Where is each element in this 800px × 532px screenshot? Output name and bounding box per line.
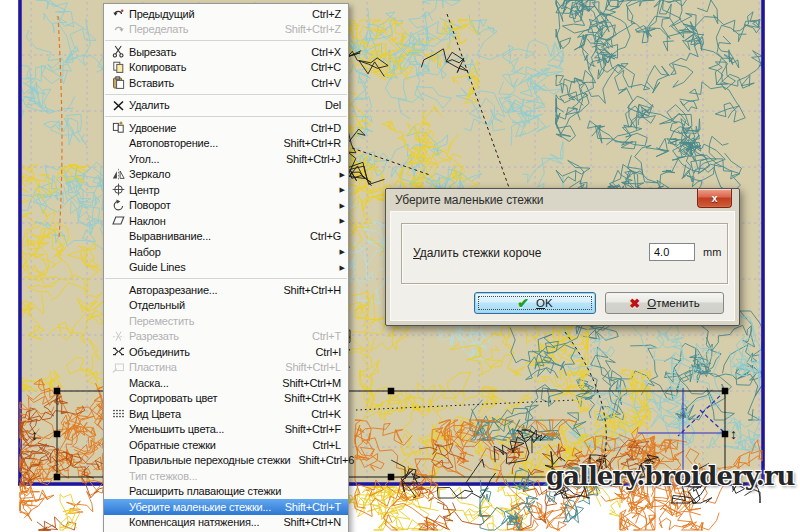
menu-item-label: Копировать <box>129 61 186 73</box>
no-icon <box>108 314 129 327</box>
submenu-arrow-icon: ▶ <box>340 171 345 179</box>
stitch-length-input[interactable] <box>649 243 695 261</box>
menu-item-shortcut: Ctrl+K <box>303 408 341 420</box>
menu-item-set[interactable]: Набор▶ <box>104 244 348 260</box>
menu-item-label: Обратные стежки <box>129 439 216 451</box>
menu-item-extend-floating-stitches[interactable]: Расширить плавающие стежки <box>104 484 348 500</box>
menu-item-reduce-colors[interactable]: Уменьшить цвета...Shift+Ctrl+F <box>104 422 348 438</box>
menu-item-label: Автоповторение... <box>129 137 218 149</box>
cut-icon <box>108 45 129 58</box>
close-button[interactable]: x <box>697 189 732 208</box>
menu-item-redo[interactable]: ПеределатьShift+Ctrl+Z <box>104 22 348 38</box>
submenu-arrow-icon: ▶ <box>340 264 345 272</box>
menu-item-shortcut: Shift+Ctrl+M <box>274 377 341 389</box>
menu-item-auto-repeat[interactable]: Автоповторение...Shift+Ctrl+R <box>104 136 348 152</box>
copy-icon <box>108 61 129 74</box>
submenu-arrow-icon: ▶ <box>340 186 345 194</box>
remove-small-stitches-dialog: Уберите маленькие стежки x Удалить стежк… <box>385 188 740 326</box>
selection-handle[interactable] <box>722 431 729 438</box>
menu-item-shortcut: Shift+Ctrl+K <box>276 392 341 404</box>
menu-item-label: Наклон <box>129 215 166 227</box>
menu-item-mask[interactable]: Маска...Shift+Ctrl+M <box>104 375 348 391</box>
submenu-arrow-icon: ▶ <box>340 202 345 210</box>
menu-item-correct-transition-stitches[interactable]: Правильные переходные стежкиShift+Ctrl+6 <box>104 453 348 469</box>
menu-item-skew[interactable]: Наклон▶ <box>104 213 348 229</box>
menu-item-label: Компенсация натяжения... <box>129 516 259 528</box>
menu-item-label: Авторазрезание... <box>129 284 217 296</box>
no-icon <box>108 299 129 312</box>
redo-icon <box>108 23 129 36</box>
menu-item-label: Guide Lines <box>129 261 186 273</box>
no-icon <box>108 454 129 467</box>
menu-item-remove-small-stitches[interactable]: Уберите маленькие стежки...Shift+Ctrl+T <box>104 499 348 515</box>
no-icon <box>108 137 129 150</box>
menu-item-move[interactable]: Переместить <box>104 313 348 329</box>
menu-item-label: Центр <box>129 184 160 196</box>
no-icon <box>108 152 129 165</box>
no-icon <box>108 438 129 451</box>
close-icon: x <box>711 192 717 204</box>
focus-rect <box>478 296 592 310</box>
selection-handle[interactable] <box>54 474 61 481</box>
menu-item-label: Вырезать <box>129 46 176 58</box>
menu-item-duplicate[interactable]: УдвоениеCtrl+D <box>104 120 348 136</box>
rotate-icon <box>108 199 129 212</box>
menu-item-separate[interactable]: Отдельный <box>104 298 348 314</box>
selection-handle[interactable] <box>388 474 395 481</box>
split-icon <box>108 330 129 343</box>
menu-item-auto-split[interactable]: Авторазрезание...Shift+Ctrl+H <box>104 282 348 298</box>
menu-item-shortcut: Shift+Ctrl+T <box>277 501 341 513</box>
selection-handle[interactable] <box>388 388 395 395</box>
menu-item-label: Выравнивание... <box>129 230 211 242</box>
no-icon <box>108 392 129 405</box>
menu-item-rotate[interactable]: Поворот▶ <box>104 198 348 214</box>
menu-item-tension-compensation[interactable]: Компенсация натяжения...Shift+Ctrl+N <box>104 515 348 531</box>
menu-item-shortcut: Ctrl+D <box>303 122 341 134</box>
menu-item-guide-lines[interactable]: Guide Lines▶ <box>104 260 348 276</box>
menu-item-alignment[interactable]: Выравнивание...Ctrl+G <box>104 229 348 245</box>
ok-button[interactable]: ✔ OK <box>474 292 596 314</box>
mirror-icon <box>108 168 129 181</box>
menu-item-shortcut: Ctrl+L <box>305 439 341 451</box>
menu-item-shortcut: Ctrl+G <box>302 230 341 242</box>
menu-item-sort-color[interactable]: Сортировать цветShift+Ctrl+K <box>104 391 348 407</box>
center-icon <box>108 183 129 196</box>
menu-item-angle[interactable]: Угол...Shift+Ctrl+J <box>104 151 348 167</box>
menu-item-cut[interactable]: ВырезатьCtrl+X <box>104 44 348 60</box>
menu-item-cut-apart[interactable]: РазрезатьCtrl+T <box>104 329 348 345</box>
menu-item-paste[interactable]: ВставитьCtrl+V <box>104 75 348 91</box>
menu-item-label: Поворот <box>129 199 171 211</box>
selection-handle[interactable] <box>722 388 729 395</box>
menu-item-stitch-type[interactable]: Тип стежков... <box>104 468 348 484</box>
resize-cursor-icon: ↕ <box>31 427 38 443</box>
duplicate-icon <box>108 121 129 134</box>
menu-item-color-view[interactable]: Вид ЦветаCtrl+K <box>104 406 348 422</box>
menu-item-label: Переделать <box>129 23 188 35</box>
menu-item-center[interactable]: Центр▶ <box>104 182 348 198</box>
menu-item-shortcut: Shift+Ctrl+Z <box>277 23 341 35</box>
menu-item-shortcut: Del <box>317 99 341 111</box>
menu-item-reverse-stitches[interactable]: Обратные стежкиCtrl+L <box>104 437 348 453</box>
menu-item-shortcut: Shift+Ctrl+J <box>278 153 341 165</box>
selection-handle[interactable] <box>54 431 61 438</box>
menu-item-mirror[interactable]: Зеркало▶ <box>104 167 348 183</box>
menu-item-label: Сортировать цвет <box>129 392 217 404</box>
no-icon <box>108 500 129 513</box>
menu-item-delete[interactable]: УдалитьDel <box>104 98 348 114</box>
menu-item-label: Удалить <box>129 99 170 111</box>
menu-item-undo[interactable]: ПредыдущийCtrl+Z <box>104 6 348 22</box>
menu-separator <box>105 116 347 117</box>
skew-icon <box>108 214 129 227</box>
menu-item-shortcut: Shift+Ctrl+L <box>277 361 341 373</box>
cancel-button[interactable]: ✖ Отменить <box>605 292 724 314</box>
context-menu: ПредыдущийCtrl+ZПеределатьShift+Ctrl+ZВы… <box>103 3 349 532</box>
menu-item-shortcut: Ctrl+X <box>303 46 341 58</box>
menu-item-label: Переместить <box>129 315 194 327</box>
menu-item-copy[interactable]: КопироватьCtrl+C <box>104 60 348 76</box>
menu-item-label: Вид Цвета <box>129 408 181 420</box>
menu-separator <box>105 278 347 279</box>
no-icon <box>108 516 129 529</box>
selection-handle[interactable] <box>54 388 61 395</box>
menu-item-plate[interactable]: ПластинаShift+Ctrl+L <box>104 360 348 376</box>
menu-item-join[interactable]: ОбъединитьCtrl+I <box>104 344 348 360</box>
